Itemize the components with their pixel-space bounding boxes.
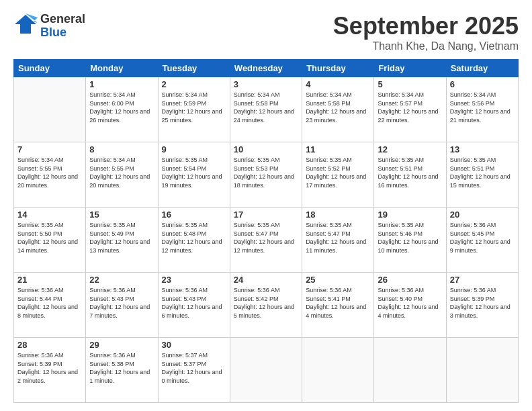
day-number: 18 xyxy=(306,210,370,220)
day-number: 24 xyxy=(234,275,298,285)
page: General Blue September 2025 Thanh Khe, D… xyxy=(0,0,532,411)
day-number: 15 xyxy=(89,210,154,220)
cell-info: Sunrise: 5:36 AMSunset: 5:39 PMDaylight:… xyxy=(17,351,82,385)
day-number: 20 xyxy=(450,210,515,220)
day-number: 26 xyxy=(378,275,442,285)
cell-info: Sunrise: 5:35 AMSunset: 5:46 PMDaylight:… xyxy=(378,221,442,255)
col-saturday: Saturday xyxy=(446,60,518,77)
cell-info: Sunrise: 5:37 AMSunset: 5:37 PMDaylight:… xyxy=(162,351,226,385)
cell-info: Sunrise: 5:36 AMSunset: 5:44 PMDaylight:… xyxy=(17,286,82,320)
col-wednesday: Wednesday xyxy=(230,60,302,77)
day-number: 12 xyxy=(378,144,442,154)
cell-info: Sunrise: 5:34 AMSunset: 5:55 PMDaylight:… xyxy=(89,156,154,189)
day-number: 8 xyxy=(89,144,154,154)
table-row: 21Sunrise: 5:36 AMSunset: 5:44 PMDayligh… xyxy=(14,273,86,338)
day-number: 4 xyxy=(306,79,370,89)
cell-info: Sunrise: 5:36 AMSunset: 5:42 PMDaylight:… xyxy=(234,286,298,320)
header: General Blue September 2025 Thanh Khe, D… xyxy=(13,12,519,52)
table-row: 19Sunrise: 5:35 AMSunset: 5:46 PMDayligh… xyxy=(374,208,446,273)
table-row: 30Sunrise: 5:37 AMSunset: 5:37 PMDayligh… xyxy=(158,338,230,403)
cell-info: Sunrise: 5:36 AMSunset: 5:45 PMDaylight:… xyxy=(450,221,515,255)
day-number: 6 xyxy=(450,79,515,89)
day-number: 27 xyxy=(450,275,515,285)
table-row: 9Sunrise: 5:35 AMSunset: 5:54 PMDaylight… xyxy=(158,142,230,208)
col-thursday: Thursday xyxy=(302,60,374,77)
calendar-week-row: 21Sunrise: 5:36 AMSunset: 5:44 PMDayligh… xyxy=(14,273,519,338)
table-row: 4Sunrise: 5:34 AMSunset: 5:58 PMDaylight… xyxy=(302,77,374,142)
day-number: 7 xyxy=(17,144,82,154)
cell-info: Sunrise: 5:34 AMSunset: 5:57 PMDaylight:… xyxy=(378,91,442,124)
cell-info: Sunrise: 5:35 AMSunset: 5:51 PMDaylight:… xyxy=(378,156,442,189)
cell-info: Sunrise: 5:36 AMSunset: 5:38 PMDaylight:… xyxy=(89,351,154,385)
table-row xyxy=(14,77,86,142)
logo-general: General xyxy=(40,13,85,26)
day-number: 30 xyxy=(162,340,226,350)
cell-info: Sunrise: 5:34 AMSunset: 5:58 PMDaylight:… xyxy=(234,91,298,124)
cell-info: Sunrise: 5:35 AMSunset: 5:51 PMDaylight:… xyxy=(450,156,515,189)
cell-info: Sunrise: 5:36 AMSunset: 5:43 PMDaylight:… xyxy=(162,286,226,320)
cell-info: Sunrise: 5:34 AMSunset: 5:55 PMDaylight:… xyxy=(17,156,82,189)
col-tuesday: Tuesday xyxy=(158,60,230,77)
calendar-week-row: 28Sunrise: 5:36 AMSunset: 5:39 PMDayligh… xyxy=(14,338,519,403)
location: Thanh Khe, Da Nang, Vietnam xyxy=(333,40,519,52)
logo: General Blue xyxy=(13,12,85,40)
table-row xyxy=(374,338,446,403)
table-row: 24Sunrise: 5:36 AMSunset: 5:42 PMDayligh… xyxy=(230,273,302,338)
logo-bird-icon xyxy=(13,12,38,40)
logo-blue: Blue xyxy=(40,26,85,40)
day-number: 21 xyxy=(17,275,82,285)
cell-info: Sunrise: 5:34 AMSunset: 5:58 PMDaylight:… xyxy=(306,91,370,124)
table-row: 7Sunrise: 5:34 AMSunset: 5:55 PMDaylight… xyxy=(14,142,86,208)
day-number: 5 xyxy=(378,79,442,89)
table-row: 29Sunrise: 5:36 AMSunset: 5:38 PMDayligh… xyxy=(86,338,158,403)
day-number: 13 xyxy=(450,144,515,154)
table-row: 1Sunrise: 5:34 AMSunset: 6:00 PMDaylight… xyxy=(86,77,158,142)
table-row: 2Sunrise: 5:34 AMSunset: 5:59 PMDaylight… xyxy=(158,77,230,142)
day-number: 25 xyxy=(306,275,370,285)
cell-info: Sunrise: 5:36 AMSunset: 5:43 PMDaylight:… xyxy=(89,286,154,320)
table-row: 20Sunrise: 5:36 AMSunset: 5:45 PMDayligh… xyxy=(446,208,518,273)
table-row: 6Sunrise: 5:34 AMSunset: 5:56 PMDaylight… xyxy=(446,77,518,142)
cell-info: Sunrise: 5:36 AMSunset: 5:39 PMDaylight:… xyxy=(450,286,515,320)
logo-text: General Blue xyxy=(40,13,85,40)
table-row: 13Sunrise: 5:35 AMSunset: 5:51 PMDayligh… xyxy=(446,142,518,208)
cell-info: Sunrise: 5:34 AMSunset: 5:59 PMDaylight:… xyxy=(162,91,226,124)
table-row: 15Sunrise: 5:35 AMSunset: 5:49 PMDayligh… xyxy=(86,208,158,273)
table-row: 8Sunrise: 5:34 AMSunset: 5:55 PMDaylight… xyxy=(86,142,158,208)
table-row: 17Sunrise: 5:35 AMSunset: 5:47 PMDayligh… xyxy=(230,208,302,273)
calendar-week-row: 1Sunrise: 5:34 AMSunset: 6:00 PMDaylight… xyxy=(14,77,519,142)
table-row: 18Sunrise: 5:35 AMSunset: 5:47 PMDayligh… xyxy=(302,208,374,273)
table-row: 5Sunrise: 5:34 AMSunset: 5:57 PMDaylight… xyxy=(374,77,446,142)
table-row: 16Sunrise: 5:35 AMSunset: 5:48 PMDayligh… xyxy=(158,208,230,273)
day-number: 14 xyxy=(17,210,82,220)
col-monday: Monday xyxy=(86,60,158,77)
cell-info: Sunrise: 5:35 AMSunset: 5:49 PMDaylight:… xyxy=(89,221,154,255)
cell-info: Sunrise: 5:34 AMSunset: 6:00 PMDaylight:… xyxy=(89,91,154,124)
cell-info: Sunrise: 5:35 AMSunset: 5:52 PMDaylight:… xyxy=(306,156,370,189)
table-row: 23Sunrise: 5:36 AMSunset: 5:43 PMDayligh… xyxy=(158,273,230,338)
table-row: 14Sunrise: 5:35 AMSunset: 5:50 PMDayligh… xyxy=(14,208,86,273)
cell-info: Sunrise: 5:35 AMSunset: 5:47 PMDaylight:… xyxy=(234,221,298,255)
day-number: 10 xyxy=(234,144,298,154)
table-row: 3Sunrise: 5:34 AMSunset: 5:58 PMDaylight… xyxy=(230,77,302,142)
cell-info: Sunrise: 5:35 AMSunset: 5:53 PMDaylight:… xyxy=(234,156,298,189)
day-number: 1 xyxy=(89,79,154,89)
table-row xyxy=(302,338,374,403)
table-row: 27Sunrise: 5:36 AMSunset: 5:39 PMDayligh… xyxy=(446,273,518,338)
day-number: 28 xyxy=(17,340,82,350)
day-number: 29 xyxy=(89,340,154,350)
month-year: September 2025 xyxy=(333,12,519,40)
day-number: 23 xyxy=(162,275,226,285)
col-friday: Friday xyxy=(374,60,446,77)
table-row: 12Sunrise: 5:35 AMSunset: 5:51 PMDayligh… xyxy=(374,142,446,208)
table-row: 26Sunrise: 5:36 AMSunset: 5:40 PMDayligh… xyxy=(374,273,446,338)
cell-info: Sunrise: 5:35 AMSunset: 5:54 PMDaylight:… xyxy=(162,156,226,189)
day-number: 19 xyxy=(378,210,442,220)
calendar-table: Sunday Monday Tuesday Wednesday Thursday… xyxy=(13,59,519,403)
calendar-week-row: 7Sunrise: 5:34 AMSunset: 5:55 PMDaylight… xyxy=(14,142,519,208)
day-number: 16 xyxy=(162,210,226,220)
day-number: 2 xyxy=(162,79,226,89)
table-row: 28Sunrise: 5:36 AMSunset: 5:39 PMDayligh… xyxy=(14,338,86,403)
day-number: 9 xyxy=(162,144,226,154)
day-number: 3 xyxy=(234,79,298,89)
